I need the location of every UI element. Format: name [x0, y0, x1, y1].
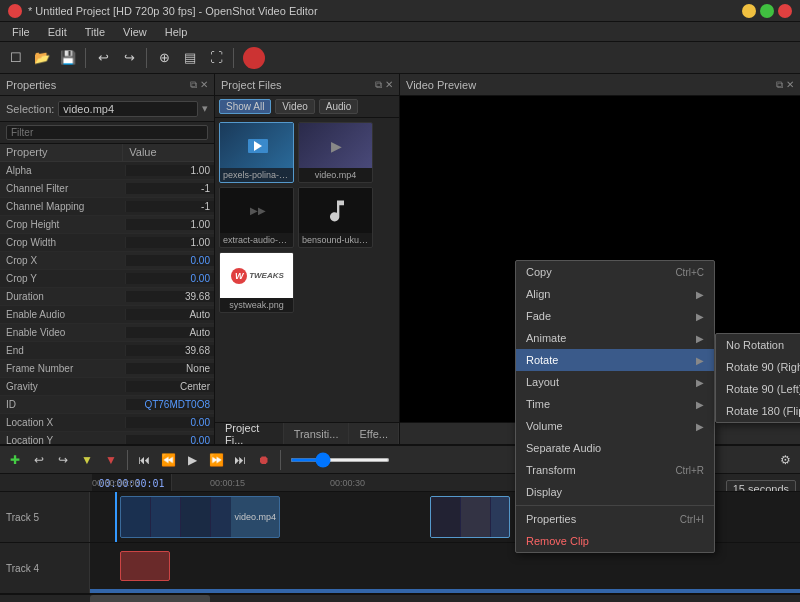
add-track-button[interactable]: ✚: [4, 449, 26, 471]
minimize-button[interactable]: —: [742, 4, 756, 18]
rotate-90-left[interactable]: Rotate 90 (Left): [716, 378, 800, 400]
clip-video-mp4[interactable]: video.mp4: [120, 496, 280, 538]
track-label-5: Track 5: [0, 492, 90, 542]
menu-file[interactable]: File: [4, 22, 38, 42]
ctx-copy[interactable]: Copy Ctrl+C: [516, 261, 714, 283]
clip-track4-1[interactable]: [120, 551, 170, 581]
timeline-hscroll[interactable]: [0, 594, 800, 602]
prop-row[interactable]: Crop Width1.00: [0, 234, 214, 252]
timeline-gear-button[interactable]: ⚙: [774, 449, 796, 471]
video-close-button[interactable]: ✕: [786, 79, 794, 91]
properties-panel-title: Properties: [6, 79, 56, 91]
timeline-rewind-button[interactable]: ⏪: [157, 449, 179, 471]
prop-row[interactable]: Frame NumberNone: [0, 360, 214, 378]
video-panel-close-buttons[interactable]: ⧉ ✕: [776, 79, 794, 91]
filter-all-button[interactable]: Show All: [219, 99, 271, 114]
prop-name: Crop Width: [0, 237, 125, 248]
prop-row[interactable]: IDQT76MDT0O8: [0, 396, 214, 414]
close-button[interactable]: ✕: [778, 4, 792, 18]
import-button[interactable]: ⊕: [152, 46, 176, 70]
timeline-prev-button[interactable]: ⏮: [133, 449, 155, 471]
prop-row[interactable]: Enable AudioAuto: [0, 306, 214, 324]
menu-view[interactable]: View: [115, 22, 155, 42]
timeline-ff-button[interactable]: ⏩: [205, 449, 227, 471]
video-float-button[interactable]: ⧉: [776, 79, 783, 91]
bottom-tab-effects[interactable]: Effe...: [349, 423, 399, 444]
timeline-marker-button[interactable]: ▼: [76, 449, 98, 471]
prop-row[interactable]: End39.68: [0, 342, 214, 360]
file-thumb-4[interactable]: bensound-ukulu...: [298, 187, 373, 248]
filter-video-button[interactable]: Video: [275, 99, 314, 114]
open-button[interactable]: 📂: [30, 46, 54, 70]
panel-float-button[interactable]: ⧉: [190, 79, 197, 91]
undo-button[interactable]: ↩: [91, 46, 115, 70]
file-thumb-2[interactable]: ▶ video.mp4: [298, 122, 373, 183]
timeline-zoom-slider[interactable]: [290, 458, 390, 462]
filter-audio-button[interactable]: Audio: [319, 99, 359, 114]
prop-row[interactable]: Channel Filter-1: [0, 180, 214, 198]
prop-name: Duration: [0, 291, 125, 302]
menu-title[interactable]: Title: [77, 22, 113, 42]
ctx-animate[interactable]: Animate ▶: [516, 327, 714, 349]
ctx-separate-audio[interactable]: Separate Audio: [516, 437, 714, 459]
menu-help[interactable]: Help: [157, 22, 196, 42]
export-button[interactable]: ▤: [178, 46, 202, 70]
panel-close-button[interactable]: ✕: [200, 79, 208, 91]
hscroll-thumb[interactable]: [90, 595, 210, 602]
rotate-180-flip[interactable]: Rotate 180 (Flip): [716, 400, 800, 422]
project-close-button[interactable]: ✕: [385, 79, 393, 91]
film-frame-3: [181, 497, 211, 537]
project-panel-close-buttons[interactable]: ⧉ ✕: [375, 79, 393, 91]
filter-input[interactable]: [6, 125, 208, 140]
timeline-redo-button[interactable]: ↪: [52, 449, 74, 471]
bottom-tab-project[interactable]: Project Fi...: [215, 423, 284, 444]
rotate-90-right-label: Rotate 90 (Right): [726, 361, 800, 373]
titlebar-controls[interactable]: — □ ✕: [742, 4, 792, 18]
ctx-transform[interactable]: Transform Ctrl+R: [516, 459, 714, 481]
timeline-delete-button[interactable]: ▼: [100, 449, 122, 471]
menu-edit[interactable]: Edit: [40, 22, 75, 42]
prop-row[interactable]: Location X0.00: [0, 414, 214, 432]
ctx-layout[interactable]: Layout ▶: [516, 371, 714, 393]
ctx-fade[interactable]: Fade ▶: [516, 305, 714, 327]
save-button[interactable]: 💾: [56, 46, 80, 70]
prop-row[interactable]: Channel Mapping-1: [0, 198, 214, 216]
ctx-display[interactable]: Display: [516, 481, 714, 503]
file-thumb-3[interactable]: ▶▶ extract-audio-w...: [219, 187, 294, 248]
prop-row[interactable]: Alpha1.00: [0, 162, 214, 180]
project-float-button[interactable]: ⧉: [375, 79, 382, 91]
redo-button[interactable]: ↪: [117, 46, 141, 70]
maximize-button[interactable]: □: [760, 4, 774, 18]
prop-row[interactable]: Location Y0.00: [0, 432, 214, 444]
record-button[interactable]: [243, 47, 265, 69]
timeline-end-button[interactable]: ⏭: [229, 449, 251, 471]
rotate-90-right[interactable]: Rotate 90 (Right): [716, 356, 800, 378]
selection-dropdown[interactable]: ▾: [202, 102, 208, 115]
bottom-tab-transitions[interactable]: Transiti...: [284, 423, 350, 444]
ctx-volume[interactable]: Volume ▶: [516, 415, 714, 437]
selection-label: Selection:: [6, 103, 54, 115]
ctx-rotate[interactable]: Rotate ▶: [516, 349, 714, 371]
timeline-record-button[interactable]: ⏺: [253, 449, 275, 471]
file-thumb-5[interactable]: W TWEAKS systweak.png: [219, 252, 294, 313]
ctx-properties[interactable]: Properties Ctrl+I: [516, 508, 714, 530]
prop-row[interactable]: Duration39.68: [0, 288, 214, 306]
file-thumb-label-3: extract-audio-w...: [220, 233, 293, 247]
timeline-play-button[interactable]: ▶: [181, 449, 203, 471]
prop-row[interactable]: GravityCenter: [0, 378, 214, 396]
prop-value: Auto: [125, 309, 214, 320]
prop-row[interactable]: Crop Y0.00: [0, 270, 214, 288]
clip-video-small[interactable]: [430, 496, 510, 538]
new-button[interactable]: ☐: [4, 46, 28, 70]
prop-row[interactable]: Crop X0.00: [0, 252, 214, 270]
fullscreen-button[interactable]: ⛶: [204, 46, 228, 70]
prop-row[interactable]: Enable VideoAuto: [0, 324, 214, 342]
panel-close-buttons[interactable]: ⧉ ✕: [190, 79, 208, 91]
prop-row[interactable]: Crop Height1.00: [0, 216, 214, 234]
timeline-undo-button[interactable]: ↩: [28, 449, 50, 471]
rotate-no-rotation[interactable]: No Rotation: [716, 334, 800, 356]
ctx-align[interactable]: Align ▶: [516, 283, 714, 305]
ctx-time[interactable]: Time ▶: [516, 393, 714, 415]
file-thumb-1[interactable]: pexels-polina-ta...: [219, 122, 294, 183]
ctx-remove-clip[interactable]: Remove Clip: [516, 530, 714, 552]
